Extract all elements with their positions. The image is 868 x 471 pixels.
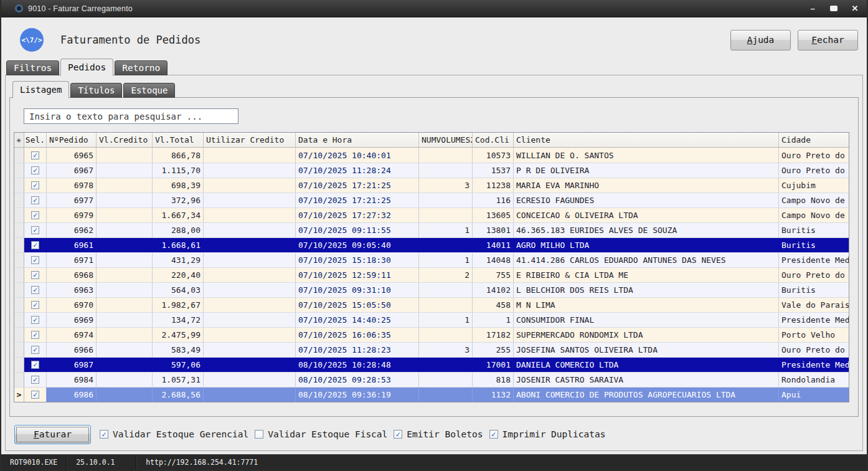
- checkbox-validar-estoque-gerencial[interactable]: Validar Estoque Gerencial: [100, 429, 248, 439]
- row-checkbox[interactable]: [31, 361, 39, 369]
- subtab-listagem[interactable]: Listagem: [12, 81, 69, 98]
- cell-vl-credito: [97, 373, 153, 387]
- row-checkbox[interactable]: [31, 256, 39, 264]
- row-checkbox[interactable]: [31, 331, 39, 339]
- cell-data-hora: 07/10/2025 09:11:55: [296, 223, 419, 237]
- app-window: 9010 - Faturar Carregamento – ✕ <\7/> Fa…: [0, 0, 868, 471]
- row-checkbox[interactable]: [31, 301, 39, 309]
- row-checkbox[interactable]: [31, 226, 39, 234]
- table-row[interactable]: 6971 431,29 07/10/2025 15:18:30 1 14048 …: [14, 252, 849, 267]
- row-checkbox[interactable]: [31, 316, 39, 324]
- column-header-nvl[interactable]: NUMVOLUMES2: [419, 133, 473, 148]
- cell-data-hora: 07/10/2025 17:21:25: [296, 193, 419, 207]
- table-row[interactable]: 6979 1.667,34 07/10/2025 17:27:32 13605 …: [14, 207, 849, 222]
- table-row[interactable]: 6962 288,00 07/10/2025 09:11:55 1 13801 …: [14, 222, 849, 237]
- checkbox-imprimir-duplicatas[interactable]: Imprimir Duplicatas: [489, 429, 606, 439]
- checkbox-emitir-boletos[interactable]: Emitir Boletos: [394, 429, 483, 439]
- cell-cliente: M N LIMA: [514, 298, 779, 312]
- table-row[interactable]: 6961 1.668,61 07/10/2025 09:05:40 14011 …: [14, 237, 849, 252]
- table-row[interactable]: 6977 372,96 07/10/2025 17:21:25 116 ECRE…: [14, 193, 849, 207]
- cell-cidade: Ouro Preto do: [779, 268, 849, 282]
- table-row[interactable]: 6968 220,40 07/10/2025 12:59:11 2 755 E …: [14, 267, 849, 282]
- cell-pedido: 6984: [47, 373, 97, 387]
- ajuda-button[interactable]: Ajuda: [730, 30, 791, 50]
- table-row[interactable]: 6984 1.057,31 08/10/2025 09:28:53 818 JO…: [14, 372, 849, 387]
- search-input[interactable]: [24, 108, 238, 124]
- row-checkbox[interactable]: [31, 286, 39, 294]
- cell-pedido: 6969: [47, 313, 97, 327]
- column-header-ped[interactable]: NºPedido: [47, 133, 97, 148]
- cell-cod-cli: 17001: [473, 358, 514, 372]
- cell-cod-cli: 755: [473, 268, 514, 282]
- table-row[interactable]: 6970 1.982,67 07/10/2025 15:05:50 458 M …: [14, 297, 849, 312]
- cell-vl-total: 866,78: [153, 148, 204, 163]
- close-icon[interactable]: ✕: [849, 4, 861, 12]
- cell-pedido: 6961: [47, 238, 97, 252]
- column-header-cli[interactable]: Cliente: [514, 133, 779, 148]
- cell-cod-cli: 10573: [473, 148, 514, 163]
- row-checkbox[interactable]: [31, 346, 39, 354]
- row-checkbox[interactable]: [31, 376, 39, 384]
- checkbox-validar-estoque-fiscal[interactable]: Validar Estoque Fiscal: [255, 429, 387, 439]
- table-row[interactable]: 6967 1.115,70 07/10/2025 11:28:24 1537 P…: [14, 163, 849, 178]
- tab-retorno[interactable]: Retorno: [115, 60, 167, 75]
- table-row[interactable]: 6969 134,72 07/10/2025 14:40:25 1 1 CONS…: [14, 312, 849, 327]
- cell-vl-credito: [97, 313, 153, 327]
- table-row[interactable]: 6965 866,78 07/10/2025 10:40:01 10573 WI…: [14, 148, 849, 163]
- cell-data-hora: 07/10/2025 15:18:30: [296, 253, 419, 267]
- row-checkbox[interactable]: [31, 271, 39, 279]
- cell-cliente: JOSEFINA SANTOS OLIVEIRA LTDA: [514, 343, 779, 357]
- table-row[interactable]: 6987 597,06 08/10/2025 10:28:48 17001 DA…: [14, 357, 849, 372]
- column-header-cod[interactable]: Cod.Cli: [473, 133, 514, 148]
- checkbox-label: Validar Estoque Gerencial: [113, 429, 248, 439]
- column-header-utl[interactable]: Utilizar Credito: [204, 133, 296, 148]
- row-checkbox[interactable]: [31, 166, 39, 174]
- cell-vl-credito: [97, 208, 153, 222]
- cell-utilizar-credito: [204, 373, 296, 387]
- tab-filtros[interactable]: Filtros: [6, 60, 59, 75]
- tab-pedidos[interactable]: Pedidos: [60, 59, 113, 76]
- table-row[interactable]: 6974 2.475,99 07/10/2025 16:06:35 17182 …: [14, 327, 849, 342]
- fechar-button[interactable]: Fechar: [798, 30, 858, 50]
- table-row[interactable]: 6963 564,03 07/10/2025 09:31:10 14102 L …: [14, 282, 849, 297]
- cell-vl-total: 564,03: [153, 283, 204, 297]
- row-indicator-cell: [14, 148, 24, 163]
- column-header-vcr[interactable]: Vl.Credito: [97, 133, 153, 148]
- column-header-vto[interactable]: Vl.Total: [153, 133, 204, 148]
- row-checkbox[interactable]: [31, 211, 39, 219]
- row-checkbox[interactable]: [31, 151, 39, 159]
- maximize-icon[interactable]: [828, 4, 839, 12]
- cell-numvolumes2: [419, 208, 473, 222]
- cell-vl-credito: [97, 328, 153, 342]
- cell-cidade: Presidente Med: [779, 253, 849, 267]
- row-checkbox[interactable]: [31, 181, 39, 189]
- column-header-dat[interactable]: Data e Hora: [296, 133, 419, 148]
- row-checkbox[interactable]: [31, 241, 39, 249]
- row-select-cell: [24, 373, 47, 387]
- subtab-titulos[interactable]: Títulos: [70, 83, 122, 98]
- row-indicator-cell: [14, 358, 24, 372]
- table-row[interactable]: 6966 583,49 07/10/2025 11:28:23 3 255 JO…: [14, 342, 849, 357]
- row-indicator-cell: [14, 373, 24, 387]
- column-header-cid[interactable]: Cidade: [779, 133, 849, 148]
- cell-utilizar-credito: [204, 193, 296, 207]
- pedidos-page: ListagemTítulosEstoque ✳Sel.NºPedidoVl.C…: [5, 75, 863, 451]
- cell-cod-cli: 17182: [473, 328, 514, 342]
- cell-cod-cli: 14011: [473, 238, 514, 252]
- cell-data-hora: 07/10/2025 15:05:50: [296, 298, 419, 312]
- minimize-icon[interactable]: –: [807, 4, 818, 12]
- row-checkbox[interactable]: [31, 196, 39, 204]
- row-checkbox[interactable]: [31, 391, 39, 399]
- sub-tabs: ListagemTítulosEstoque: [12, 81, 859, 98]
- subtab-estoque[interactable]: Estoque: [123, 83, 175, 98]
- table-row[interactable]: 6978 698,39 07/10/2025 17:21:25 3 11238 …: [14, 178, 849, 193]
- faturar-button[interactable]: Faturar: [14, 425, 91, 444]
- column-header-sel[interactable]: Sel.: [24, 133, 47, 148]
- checkbox-icon: [489, 430, 498, 439]
- cell-cidade: Apui: [779, 388, 849, 402]
- row-indicator-cell: [14, 328, 24, 342]
- cell-data-hora: 07/10/2025 16:06:35: [296, 328, 419, 342]
- table-row[interactable]: > 6986 2.688,56 08/10/2025 09:36:19 1132…: [14, 387, 849, 402]
- cell-pedido: 6986: [47, 388, 97, 402]
- cell-cidade: Rondolandia: [779, 373, 849, 387]
